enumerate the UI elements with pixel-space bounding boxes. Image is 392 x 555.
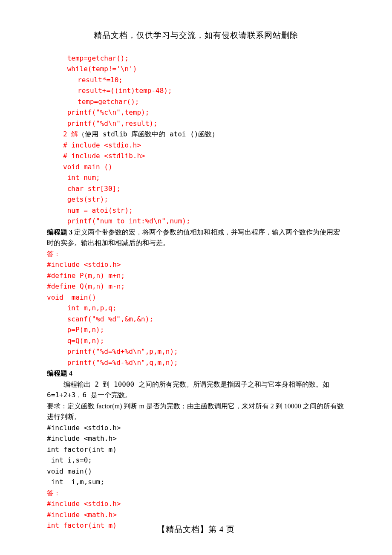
code-line: printf("%d\n",result); — [47, 118, 345, 129]
code-line: printf("%d=%d+%d\n",p,m,n); — [47, 346, 345, 357]
code-line: gets(str); — [47, 194, 345, 205]
code-line: printf("%d=%d-%d\n",q,m,n); — [47, 357, 345, 368]
question-3: 编程题 3 定义两个带参数的宏，将两个参数的值相加和相减，并写出程序，输入两个数… — [47, 227, 345, 368]
text-fragment: 2 解 — [63, 130, 78, 138]
code-line: int i,s=0; — [47, 455, 345, 466]
q4-paragraph-2: 要求：定义函数 factor(m) 判断 m 是否为完数；由主函数调用它，来对所… — [47, 401, 345, 422]
answer-label: 答： — [47, 249, 345, 260]
code-block-1: temp=getchar(); while(temp!='\n') result… — [47, 53, 345, 227]
code-line: char str[30]; — [47, 183, 345, 194]
q3-title: 编程题 3 — [47, 228, 72, 236]
code-line: temp=getchar(); — [47, 53, 345, 64]
q3-desc: 定义两个带参数的宏，将两个参数的值相加和相减，并写出程序，输入两个数作为使用宏时… — [47, 228, 340, 247]
code-line: int m,n,p,q; — [47, 303, 345, 314]
page-header: 精品文档，仅供学习与交流，如有侵权请联系网站删除 — [47, 30, 345, 41]
code-line: num = atoi(str); — [47, 205, 345, 216]
code-line: scanf("%d %d",&m,&n); — [47, 314, 345, 325]
code-line: # include <stdlib.h> — [47, 150, 345, 162]
code-line: while(temp!='\n') — [47, 64, 345, 75]
code-line: #include <stdio.h> — [47, 498, 345, 509]
code-line: #include <math.h> — [47, 433, 345, 444]
answer-label: 答： — [47, 488, 345, 499]
code-line: p=P(m,n); — [47, 324, 345, 335]
page-footer: 【精品文档】第 4 页 — [0, 524, 392, 535]
code-line: #include <math.h> — [47, 509, 345, 520]
q3-desc-line: 编程题 3 定义两个带参数的宏，将两个参数的值相加和相减，并写出程序，输入两个数… — [47, 227, 345, 249]
code-line: q=Q(m,n); — [47, 335, 345, 347]
code-line: int i,m,sum; — [47, 477, 345, 488]
code-line: int factor(int m) — [47, 444, 345, 455]
code-line: printf("%c\n",temp); — [47, 107, 345, 118]
code-line: void main() — [47, 292, 345, 303]
code-line: printf("num to int:%d\n",num); — [47, 216, 345, 227]
code-line: #define Q(m,n) m-n; — [47, 281, 345, 292]
code-line: result+=((int)temp-48); — [47, 85, 345, 96]
question-4: 编程题 4 编程输出 2 到 10000 之间的所有完数。所谓完数是指因子之和与… — [47, 368, 345, 531]
code-line: result*=10; — [47, 75, 345, 86]
code-line: int num; — [47, 172, 345, 183]
code-line: 2 解（使用 stdlib 库函数中的 atoi ()函数） — [47, 129, 345, 140]
code-line: temp=getchar(); — [47, 96, 345, 107]
code-line: #include <stdio.h> — [47, 259, 345, 270]
q4-title: 编程题 4 — [47, 368, 345, 379]
code-line: void main () — [47, 162, 345, 173]
document-page: 精品文档，仅供学习与交流，如有侵权请联系网站删除 temp=getchar();… — [0, 0, 392, 555]
q4-paragraph-1: 编程输出 2 到 10000 之间的所有完数。所谓完数是指因子之和与它本身相等的… — [47, 379, 345, 401]
text-fragment: （使用 stdlib 库函数中的 atoi ()函数） — [78, 130, 219, 138]
code-line: #define P(m,n) m+n; — [47, 270, 345, 281]
code-line: void main() — [47, 466, 345, 477]
code-line: # include <stdio.h> — [47, 140, 345, 151]
code-line: #include <stdio.h> — [47, 422, 345, 434]
